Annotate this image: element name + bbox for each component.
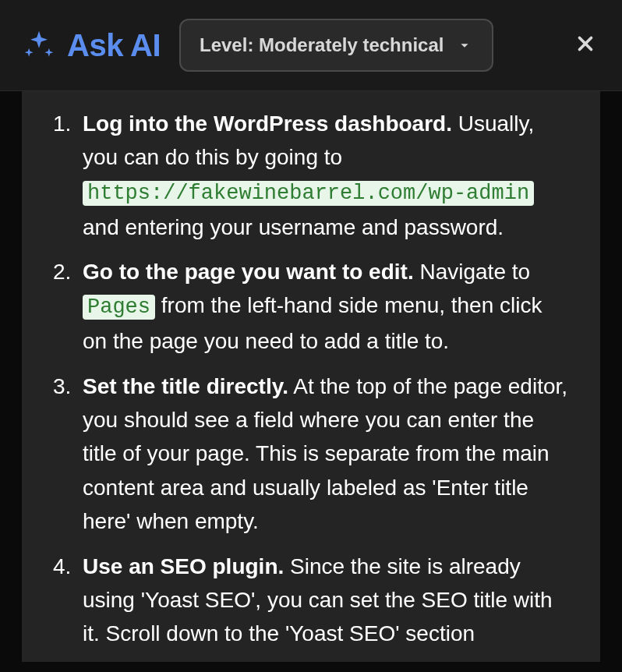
list-item: Go to the page you want to edit. Navigat… bbox=[53, 255, 569, 359]
inline-code: Pages bbox=[83, 295, 155, 320]
steps-list: Log into the WordPress dashboard. Usuall… bbox=[53, 107, 569, 651]
header: Ask AI Level: Moderately technical bbox=[0, 0, 622, 91]
level-dropdown-label: Level: Moderately technical bbox=[200, 34, 444, 56]
close-icon bbox=[574, 32, 597, 58]
chevron-down-icon bbox=[456, 37, 473, 54]
inline-code: https://fakewinebarrel.com/wp-admin bbox=[83, 181, 534, 206]
step-text: Navigate to bbox=[414, 260, 530, 284]
brand: Ask AI bbox=[22, 28, 161, 63]
step-bold: Set the title directly. bbox=[83, 374, 288, 398]
sparkle-icon bbox=[22, 28, 56, 62]
list-item: Log into the WordPress dashboard. Usuall… bbox=[53, 107, 569, 244]
step-bold: Use an SEO plugin. bbox=[83, 554, 284, 578]
close-button[interactable] bbox=[571, 29, 600, 62]
step-bold: Go to the page you want to edit. bbox=[83, 260, 414, 284]
content-panel: Log into the WordPress dashboard. Usuall… bbox=[22, 91, 600, 662]
level-dropdown[interactable]: Level: Moderately technical bbox=[179, 19, 493, 72]
step-bold: Log into the WordPress dashboard. bbox=[83, 111, 452, 136]
list-item: Set the title directly. At the top of th… bbox=[53, 370, 569, 539]
step-text: and entering your username and password. bbox=[83, 215, 504, 239]
list-item: Use an SEO plugin. Since the site is alr… bbox=[53, 550, 569, 651]
brand-title: Ask AI bbox=[67, 28, 161, 63]
